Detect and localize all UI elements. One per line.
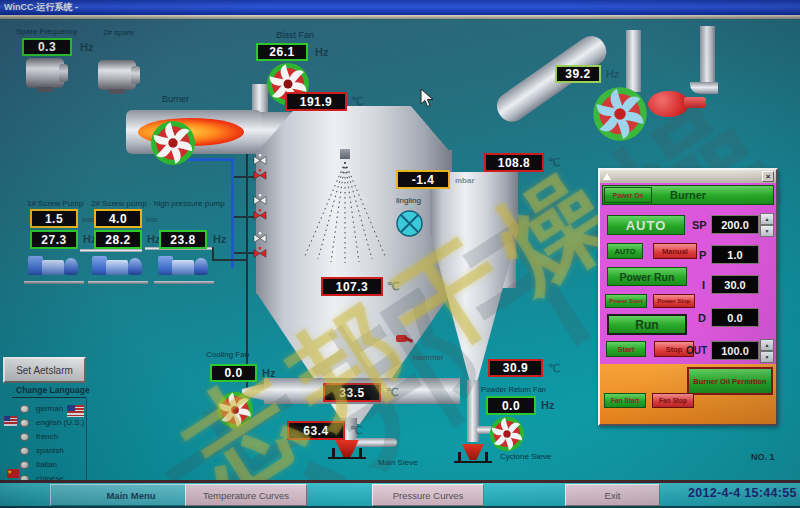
pump-base-1 <box>24 281 84 284</box>
pump1-pressure-unit: bar <box>82 215 94 224</box>
language-option-french[interactable]: french <box>36 432 58 441</box>
pump-to-manifold <box>212 259 248 261</box>
lingling-valve-icon[interactable] <box>396 210 423 237</box>
power-on-button[interactable]: Power On <box>604 187 652 203</box>
lingling-label: lingling <box>396 196 421 205</box>
burner-fan-icon[interactable] <box>150 120 196 166</box>
feed-line-vertical <box>246 150 248 398</box>
language-divider <box>12 397 86 398</box>
set-alarm-button[interactable]: Set Aetslarm <box>3 357 86 383</box>
out-spinner-down-icon[interactable] <box>760 351 774 363</box>
cooling-fan-unit: Hz <box>262 367 275 379</box>
high-pressure-pump-icon[interactable] <box>158 253 210 281</box>
power-start-button[interactable]: Power Start <box>605 294 647 308</box>
id-fan-hz-display: 39.2 <box>555 65 601 83</box>
temperature-curves-button[interactable]: Temperature Curves <box>185 484 307 506</box>
exit-button[interactable]: Exit <box>565 484 660 506</box>
pump2-pressure-unit: bar <box>146 215 158 224</box>
burner-oil-permission-button[interactable]: Burner Oil Permition <box>687 367 773 395</box>
radio-german[interactable] <box>20 405 29 413</box>
main-sieve-stand <box>328 446 366 459</box>
window-title-bar: WinCC-运行系统 - <box>0 0 800 15</box>
spare-frequency-unit: Hz <box>80 41 93 53</box>
spare-motor-2-icon[interactable] <box>98 60 136 90</box>
language-option-spanish[interactable]: spanish <box>36 446 64 455</box>
p-label: P <box>699 249 706 261</box>
chamber-pressure-display: -1.4 <box>396 170 450 189</box>
high-pressure-pump-label: high pressure pump <box>154 199 225 208</box>
cooling-temp-display: 63.4 <box>287 421 345 440</box>
pressure-curves-button[interactable]: Pressure Curves <box>372 484 484 506</box>
sp-label: SP <box>692 219 707 231</box>
manual-button[interactable]: Manual <box>653 243 697 259</box>
pump-pipe-1 <box>80 249 142 252</box>
radio-spanish[interactable] <box>20 447 29 455</box>
cooling-temp-unit: ℃ <box>350 424 362 437</box>
fan-start-button[interactable]: Fan Start <box>604 393 646 408</box>
radio-italian[interactable] <box>20 461 29 469</box>
manifold-valve-white-3 <box>252 232 268 244</box>
red-blower-outlet <box>684 97 706 108</box>
manifold-valve-white-1 <box>252 154 268 166</box>
blast-fan-unit: Hz <box>315 46 328 58</box>
red-blower-icon[interactable] <box>648 91 688 117</box>
hammer-icon[interactable] <box>396 334 414 348</box>
china-flag-icon <box>7 469 19 478</box>
sp-value-display: 200.0 <box>711 215 759 234</box>
auto-small-button[interactable]: AUTO <box>607 243 643 259</box>
pump1-hz-display: 27.3 <box>30 230 78 249</box>
powder-fan-unit: Hz <box>541 399 554 411</box>
language-option-italian[interactable]: italian <box>36 460 57 469</box>
change-language-label: Change Language <box>16 385 90 395</box>
out-value-display: 100.0 <box>711 341 759 360</box>
burner-panel-titlebar[interactable] <box>600 170 776 183</box>
burner-temp-display: 191.9 <box>285 92 347 111</box>
sp-spinner-up-icon[interactable] <box>760 213 774 225</box>
window-title: WinCC-运行系统 - <box>4 2 78 12</box>
screw-pump-2-icon[interactable] <box>92 253 144 281</box>
tower-temp-display: 107.3 <box>321 277 383 296</box>
language-option-german[interactable]: german <box>36 404 63 413</box>
power-run-button[interactable]: Power Run <box>607 267 687 286</box>
run-button[interactable]: Run <box>607 314 687 335</box>
radio-english[interactable] <box>20 419 29 427</box>
radio-french[interactable] <box>20 433 29 441</box>
pump1-pressure-display: 1.5 <box>30 209 78 228</box>
fan-stop-button[interactable]: Fan Stop <box>652 393 694 408</box>
id-fan-icon[interactable] <box>592 86 648 142</box>
hp-pump-hz-unit: Hz <box>213 233 226 245</box>
i-label: I <box>702 279 705 291</box>
language-option-english[interactable]: english (U.S.) <box>36 418 84 427</box>
powder-return-fan-icon[interactable] <box>489 416 525 452</box>
us-flag-small-icon <box>4 416 17 426</box>
cyclone-inlet-temp-display: 108.8 <box>484 153 544 172</box>
p-value-display: 1.0 <box>711 245 759 264</box>
screw-pump-1-icon[interactable] <box>28 253 80 281</box>
power-stop-button[interactable]: Power Stop <box>653 294 695 308</box>
datetime-display: 2012-4-4 15:44:55 <box>688 486 797 500</box>
blast-fan-label: Blast Fan <box>276 30 314 40</box>
cyclone-temp-unit: ℃ <box>548 362 560 375</box>
manifold-valve-red-3 <box>252 247 268 259</box>
burner-temp-unit: ℃ <box>351 95 363 108</box>
cooling-fan-icon[interactable] <box>216 391 254 429</box>
hammer-label: Hammer <box>413 353 444 362</box>
spray-pattern <box>300 158 390 264</box>
cyclone-inlet-temp-unit: ℃ <box>548 156 560 169</box>
screw-pump1-label: 1# Screw Pump <box>27 199 83 208</box>
close-icon[interactable]: × <box>762 171 774 182</box>
i-value-display: 30.0 <box>711 275 759 294</box>
us-flag-icon <box>67 405 84 417</box>
burner-label: Burner <box>162 94 189 104</box>
window-icon <box>603 173 611 180</box>
main-sieve-label: Main Sieve <box>378 458 418 467</box>
sp-spinner-down-icon[interactable] <box>760 225 774 237</box>
out-spinner-up-icon[interactable] <box>760 339 774 351</box>
out-label: OUT <box>686 345 707 356</box>
spare-motor-1-icon[interactable] <box>26 58 64 88</box>
pump2-hz-display: 28.2 <box>94 230 142 249</box>
start-button[interactable]: Start <box>606 341 646 357</box>
blast-fan-hz-display: 26.1 <box>256 43 308 61</box>
auto-main-button[interactable]: AUTO <box>607 215 685 235</box>
sp-spinner <box>760 213 774 237</box>
